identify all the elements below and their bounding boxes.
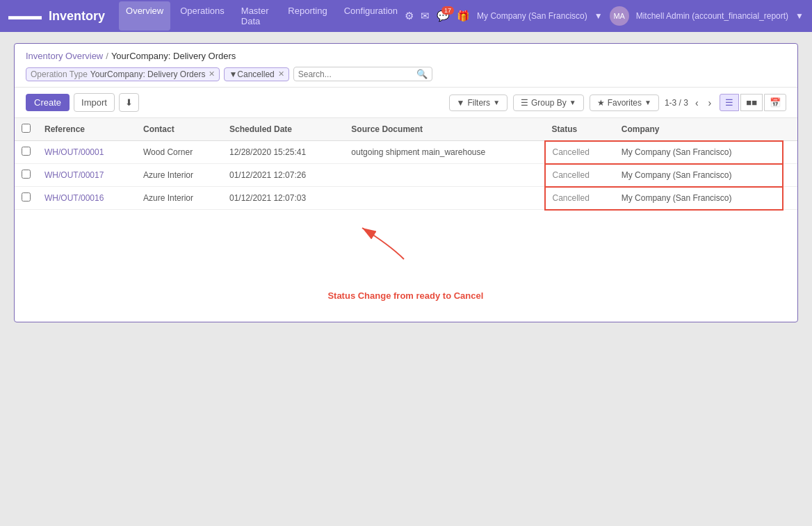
cancelled-close[interactable]: ✕ xyxy=(278,69,284,79)
reference-link[interactable]: WH/OUT/00001 xyxy=(44,147,104,157)
row-reference[interactable]: WH/OUT/00001 xyxy=(38,141,136,164)
col-options xyxy=(783,118,797,141)
row-source-document xyxy=(344,164,544,187)
row-contact: Azure Interior xyxy=(136,187,222,210)
row-checkbox-cell xyxy=(15,141,38,164)
nav-operations[interactable]: Operations xyxy=(173,1,232,31)
row-checkbox[interactable] xyxy=(22,170,31,179)
filters-label: Filters xyxy=(467,98,490,108)
next-page-button[interactable]: › xyxy=(706,96,715,110)
create-button[interactable]: Create xyxy=(26,94,70,111)
search-box[interactable]: 🔍 xyxy=(293,67,432,81)
user-name[interactable]: Mitchell Admin (account_financial_report… xyxy=(636,11,788,21)
brand-title[interactable]: Inventory xyxy=(49,9,105,24)
row-scheduled-date: 01/12/2021 12:07:26 xyxy=(222,164,344,187)
user-dropdown-arrow[interactable]: ▼ xyxy=(795,11,804,21)
filters-button[interactable]: ▼ Filters ▼ xyxy=(449,94,508,111)
settings-icon[interactable]: ⚙ xyxy=(405,10,414,22)
search-input[interactable] xyxy=(298,69,416,79)
col-reference[interactable]: Reference xyxy=(38,118,136,141)
data-table: Reference Contact Scheduled Date Source … xyxy=(15,118,797,211)
op-type-close[interactable]: ✕ xyxy=(209,69,215,79)
nav-masterdata[interactable]: Master Data xyxy=(234,1,279,31)
favorites-button[interactable]: ★ Favorites ▼ xyxy=(590,94,659,111)
view-buttons: ☰ ■■ 📅 xyxy=(720,94,786,111)
col-company[interactable]: Company xyxy=(615,118,783,141)
row-checkbox[interactable] xyxy=(22,147,31,156)
nav-configuration[interactable]: Configuration xyxy=(337,1,405,31)
clock-icon[interactable]: ✉ xyxy=(421,10,430,22)
table-row[interactable]: WH/OUT/00016Azure Interior01/12/2021 12:… xyxy=(15,187,797,210)
reference-link[interactable]: WH/OUT/00016 xyxy=(44,193,104,203)
cancelled-filter: ▼ Cancelled ✕ xyxy=(224,67,289,81)
prev-page-button[interactable]: ‹ xyxy=(692,96,701,110)
table-row[interactable]: WH/OUT/00017Azure Interior01/12/2021 12:… xyxy=(15,164,797,187)
calendar-view-button[interactable]: 📅 xyxy=(764,94,786,111)
row-options xyxy=(783,187,797,210)
row-source-document xyxy=(344,187,544,210)
company-selector[interactable]: My Company (San Francisco) xyxy=(477,11,587,21)
groupby-arrow: ▼ xyxy=(569,99,576,106)
col-source-document[interactable]: Source Document xyxy=(344,118,544,141)
annotation-text: Status Change from ready to Cancel xyxy=(327,290,483,301)
col-status[interactable]: Status xyxy=(545,118,615,141)
row-company: My Company (San Francisco) xyxy=(615,187,783,210)
reference-link[interactable]: WH/OUT/00017 xyxy=(44,170,104,180)
row-contact: Azure Interior xyxy=(136,164,222,187)
col-scheduled-date[interactable]: Scheduled Date xyxy=(222,118,344,141)
breadcrumb: Inventory Overview / YourCompany: Delive… xyxy=(26,51,786,61)
pagination-count: 1-3 / 3 xyxy=(665,98,688,108)
top-right-area: ⚙ ✉ 💬 17 🎁 My Company (San Francisco) ▼ … xyxy=(405,6,804,26)
cancelled-label: Cancelled xyxy=(237,69,274,79)
row-reference[interactable]: WH/OUT/00016 xyxy=(38,187,136,210)
content-card: Inventory Overview / YourCompany: Delive… xyxy=(14,43,798,322)
row-contact: Wood Corner xyxy=(136,141,222,164)
op-type-prefix: Operation Type xyxy=(31,69,88,79)
breadcrumb-current: YourCompany: Delivery Orders xyxy=(111,51,236,61)
kanban-view-button[interactable]: ■■ xyxy=(740,94,763,111)
col-checkbox xyxy=(15,118,38,141)
favorites-arrow: ▼ xyxy=(644,99,651,106)
row-scheduled-date: 01/12/2021 12:07:03 xyxy=(222,187,344,210)
breadcrumb-separator: / xyxy=(106,51,108,61)
row-checkbox-cell xyxy=(15,187,38,210)
import-button[interactable]: Import xyxy=(74,93,115,112)
row-checkbox[interactable] xyxy=(22,192,31,202)
top-navigation: ▬▬▬ Inventory Overview Operations Master… xyxy=(0,0,812,32)
row-company: My Company (San Francisco) xyxy=(615,141,783,164)
table-row[interactable]: WH/OUT/00001Wood Corner12/28/2020 15:25:… xyxy=(15,141,797,164)
toolbar-right: ▼ Filters ▼ ☰ Group By ▼ ★ Favorites ▼ 1… xyxy=(449,94,786,111)
user-avatar[interactable]: MA xyxy=(610,6,629,26)
groupby-label: Group By xyxy=(531,98,567,108)
row-status: Cancelled xyxy=(545,141,615,164)
nav-links: Overview Operations Master Data Reportin… xyxy=(119,1,405,31)
download-button[interactable]: ⬇ xyxy=(119,93,139,112)
group-by-button[interactable]: ☰ Group By ▼ xyxy=(513,94,584,111)
notification-badge: 17 xyxy=(441,6,454,15)
search-icon[interactable]: 🔍 xyxy=(416,69,428,79)
toolbar-row: Create Import ⬇ ▼ Filters ▼ ☰ Group By ▼… xyxy=(15,88,797,118)
filters-arrow: ▼ xyxy=(493,99,500,106)
main-container: Inventory Overview / YourCompany: Delive… xyxy=(0,32,812,334)
apps-icon[interactable]: ▬▬▬ xyxy=(8,10,42,22)
table-body: WH/OUT/00001Wood Corner12/28/2020 15:25:… xyxy=(15,141,797,210)
col-contact[interactable]: Contact xyxy=(136,118,222,141)
select-all-checkbox[interactable] xyxy=(22,124,31,133)
operation-type-filter: Operation Type YourCompany: Delivery Ord… xyxy=(26,67,220,81)
list-view-button[interactable]: ☰ xyxy=(720,94,739,111)
groupby-icon: ☰ xyxy=(521,98,528,108)
breadcrumb-parent[interactable]: Inventory Overview xyxy=(26,51,103,61)
row-options xyxy=(783,141,797,164)
annotation-area: Status Change from ready to Cancel xyxy=(15,211,797,322)
row-status: Cancelled xyxy=(545,187,615,210)
star-icon: ★ xyxy=(597,98,605,108)
chat-icon[interactable]: 💬 17 xyxy=(437,10,450,22)
favorites-label: Favorites xyxy=(608,98,642,108)
nav-overview[interactable]: Overview xyxy=(119,1,170,31)
row-options xyxy=(783,164,797,187)
annotation-arrow xyxy=(348,224,432,263)
nav-reporting[interactable]: Reporting xyxy=(281,1,334,31)
gift-icon[interactable]: 🎁 xyxy=(457,10,470,22)
row-status: Cancelled xyxy=(545,164,615,187)
row-reference[interactable]: WH/OUT/00017 xyxy=(38,164,136,187)
